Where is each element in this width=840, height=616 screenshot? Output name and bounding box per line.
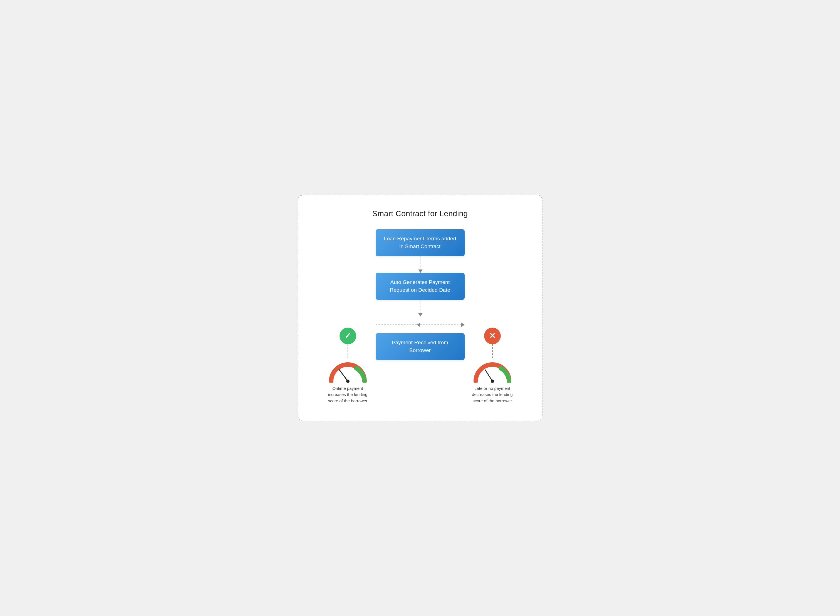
- gauge-svg-left: [328, 360, 367, 383]
- box-loan-repayment: Loan Repayment Terms added in Smart Cont…: [376, 229, 465, 256]
- diagram-container: Smart Contract for Lending Loan Repaymen…: [298, 195, 543, 421]
- gauge-left: Ontime payment increases the lending sco…: [324, 360, 371, 404]
- v-line-left: [347, 344, 348, 358]
- svg-line-1: [339, 369, 348, 381]
- check-icon: ✓: [340, 328, 356, 344]
- gauge-right: Late or no payment decreases the lending…: [469, 360, 516, 404]
- branch-row: ✓ Ontime payment increases the lending s…: [315, 317, 525, 404]
- left-branch: ✓ Ontime payment increases the lending s…: [320, 317, 376, 404]
- arrow-left-indicator: [417, 323, 420, 327]
- right-branch: ✕ Late or no payment decreases the lendi…: [465, 317, 520, 404]
- arrow-1: [420, 256, 421, 273]
- box-payment-received: Payment Received from Borrower: [376, 333, 465, 360]
- h-line-left: [376, 324, 417, 325]
- diagram-title: Smart Contract for Lending: [315, 209, 525, 218]
- svg-line-3: [485, 370, 493, 381]
- h-line-right: [420, 324, 461, 325]
- cross-icon: ✕: [484, 328, 501, 344]
- gauge-svg-right: [473, 360, 512, 383]
- gauge-label-right: Late or no payment decreases the lending…: [469, 386, 516, 404]
- flow-column: Loan Repayment Terms added in Smart Cont…: [315, 229, 525, 404]
- arrow-right-indicator: [461, 323, 465, 327]
- arrow-2: [420, 300, 421, 317]
- gauge-label-left: Ontime payment increases the lending sco…: [324, 386, 371, 404]
- v-line-right: [492, 344, 493, 358]
- box-auto-generates: Auto Generates Payment Request on Decide…: [376, 273, 465, 300]
